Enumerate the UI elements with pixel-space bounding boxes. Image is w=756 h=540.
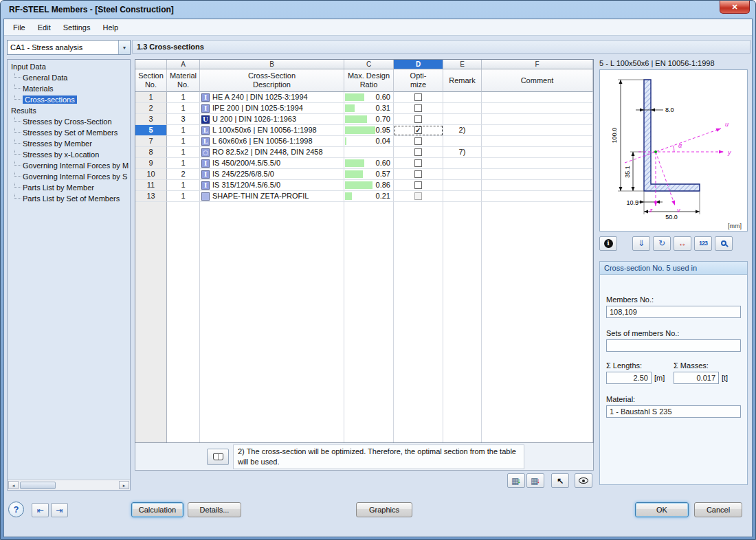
table-row-2[interactable]: 21IIPE 200 | DIN 1025-5:19940.31	[135, 103, 593, 114]
nav-hscrollbar[interactable]: ◂ ▸	[8, 480, 130, 490]
description-cell[interactable]: LL 100x50x6 | EN 10056-1:1998	[200, 125, 344, 136]
comment-cell[interactable]	[482, 103, 593, 114]
ratio-cell[interactable]: 0.60	[344, 158, 394, 169]
nav-item-stresses-by-cross-section[interactable]: Stresses by Cross-Section	[8, 116, 130, 127]
nav-item-parts-list-by-member[interactable]: Parts List by Member	[8, 182, 130, 193]
comment-cell[interactable]	[482, 180, 593, 191]
scroll-thumb[interactable]	[20, 482, 56, 489]
view-button[interactable]	[575, 473, 592, 488]
ratio-cell[interactable]: 0.86	[344, 180, 394, 191]
zoom-button[interactable]	[715, 236, 733, 251]
remark-cell[interactable]	[443, 169, 482, 180]
case-selector[interactable]: CA1 - Stress analysis ▼	[7, 40, 131, 55]
comment-cell[interactable]	[482, 191, 593, 202]
remark-cell[interactable]	[443, 92, 482, 103]
table-row-7[interactable]: 71LL 60x60x6 | EN 10056-1:19980.04	[135, 136, 593, 147]
description-cell[interactable]: IIS 245/225/6/8.5/0	[200, 169, 344, 180]
ratio-cell[interactable]: 0.70	[344, 114, 394, 125]
comment-cell[interactable]	[482, 114, 593, 125]
optimize-cell[interactable]	[394, 103, 443, 114]
title-bar[interactable]: RF-STEEL Members - [Steel Construction] …	[3, 1, 753, 19]
description-cell[interactable]: UU 200 | DIN 1026-1:1963	[200, 114, 344, 125]
table-row-3[interactable]: 33UU 200 | DIN 1026-1:19630.70	[135, 114, 593, 125]
nav-group-input-data[interactable]: Input Data	[8, 61, 130, 72]
description-cell[interactable]: IIPE 200 | DIN 1025-5:1994	[200, 103, 344, 114]
section-no-cell[interactable]: 8	[135, 147, 167, 158]
optimize-checkbox[interactable]	[414, 181, 422, 189]
optimize-checkbox[interactable]	[414, 170, 422, 178]
ratio-cell[interactable]	[344, 147, 394, 158]
optimize-cell[interactable]	[394, 180, 443, 191]
optimize-cell[interactable]: ✓	[394, 125, 443, 136]
optimize-cell[interactable]	[394, 136, 443, 147]
nav-item-stresses-by-set-of-members[interactable]: Stresses by Set of Members	[8, 127, 130, 138]
cross-section-library-button[interactable]	[207, 449, 229, 465]
ok-button[interactable]: OK	[635, 502, 689, 517]
section-no-cell[interactable]: 13	[135, 191, 167, 202]
section-no-cell[interactable]: 2	[135, 103, 167, 114]
ratio-cell[interactable]: 0.57	[344, 169, 394, 180]
toggle-result-panel-button[interactable]: ⇥	[51, 503, 68, 517]
export-rows-button[interactable]: ▦↓	[526, 473, 544, 488]
material-no-cell[interactable]: 1	[167, 125, 200, 136]
material-field[interactable]: 1 - Baustahl S 235	[606, 405, 741, 418]
material-no-cell[interactable]: 1	[167, 158, 200, 169]
column-letter-D[interactable]: D	[394, 60, 443, 69]
optimize-cell[interactable]	[394, 158, 443, 169]
help-button[interactable]: ?	[8, 502, 24, 517]
optimize-cell[interactable]	[394, 169, 443, 180]
ratio-cell[interactable]: 0.04	[344, 136, 394, 147]
comment-cell[interactable]	[482, 92, 593, 103]
table-row-8[interactable]: 81○RO 82.5x2 | DIN 2448, DIN 24587)	[135, 147, 593, 158]
section-no-cell[interactable]: 9	[135, 158, 167, 169]
toggle-nav-panel-button[interactable]: ⇤	[32, 503, 49, 517]
nav-item-stresses-by-member[interactable]: Stresses by Member	[8, 138, 130, 149]
optimize-checkbox[interactable]	[414, 137, 422, 145]
column-header-section-no[interactable]: Section No.	[135, 69, 167, 92]
column-header-remark[interactable]: Remark	[443, 69, 482, 92]
description-cell[interactable]: ○RO 82.5x2 | DIN 2448, DIN 2458	[200, 147, 344, 158]
optimize-cell[interactable]	[394, 191, 443, 202]
nav-item-governing-internal-forces-by-s[interactable]: Governing Internal Forces by S	[8, 171, 130, 182]
ratio-cell[interactable]: 0.31	[344, 103, 394, 114]
menu-file[interactable]: File	[7, 21, 32, 34]
material-no-cell[interactable]: 1	[167, 191, 200, 202]
section-no-cell[interactable]: 10	[135, 169, 167, 180]
optimize-cell[interactable]	[394, 92, 443, 103]
column-letter-B[interactable]: B	[200, 60, 344, 69]
remark-cell[interactable]	[443, 158, 482, 169]
section-no-cell[interactable]: 1	[135, 92, 167, 103]
sets-field[interactable]	[606, 339, 741, 352]
table-row-9[interactable]: 91IIS 450/200/4.5/5.5/00.60	[135, 158, 593, 169]
nav-group-results[interactable]: Results	[8, 105, 130, 116]
description-cell[interactable]: IHE A 240 | DIN 1025-3:1994	[200, 92, 344, 103]
material-no-cell[interactable]: 1	[167, 147, 200, 158]
description-cell[interactable]: SHAPE-THIN ZETA-PROFIL	[200, 191, 344, 202]
menu-help[interactable]: Help	[96, 21, 124, 34]
save-graphic-button[interactable]: ⇓	[632, 236, 650, 251]
material-no-cell[interactable]: 2	[167, 169, 200, 180]
table-row-10[interactable]: 102IIS 245/225/6/8.5/00.57	[135, 169, 593, 180]
section-no-cell[interactable]: 5	[135, 125, 167, 136]
column-header-opti-mize[interactable]: Opti- mize	[394, 69, 443, 92]
pick-in-graphic-button[interactable]: ↖	[551, 473, 569, 488]
optimize-cell[interactable]	[394, 114, 443, 125]
table-row-11[interactable]: 111IIS 315/120/4.5/6.5/00.86	[135, 180, 593, 191]
remark-cell[interactable]	[443, 114, 482, 125]
table-row-13[interactable]: 131SHAPE-THIN ZETA-PROFIL0.21	[135, 191, 593, 202]
column-letter-F[interactable]: F	[482, 60, 593, 69]
material-no-cell[interactable]: 1	[167, 92, 200, 103]
column-header-max-design-ratio[interactable]: Max. Design Ratio	[344, 69, 394, 92]
table-row-5[interactable]: 51LL 100x50x6 | EN 10056-1:19980.95✓2)	[135, 125, 593, 136]
details-button[interactable]: Details...	[188, 502, 241, 517]
nav-item-general-data[interactable]: General Data	[8, 72, 130, 83]
nav-item-parts-list-by-set-of-members[interactable]: Parts List by Set of Members	[8, 193, 130, 204]
calculation-button[interactable]: Calculation	[131, 502, 184, 517]
section-no-cell[interactable]: 3	[135, 114, 167, 125]
description-cell[interactable]: IIS 315/120/4.5/6.5/0	[200, 180, 344, 191]
section-no-cell[interactable]: 7	[135, 136, 167, 147]
values-toggle-button[interactable]: 123	[694, 236, 712, 251]
material-no-cell[interactable]: 1	[167, 180, 200, 191]
optimize-cell[interactable]	[394, 147, 443, 158]
members-field[interactable]: 108,109	[606, 306, 741, 318]
